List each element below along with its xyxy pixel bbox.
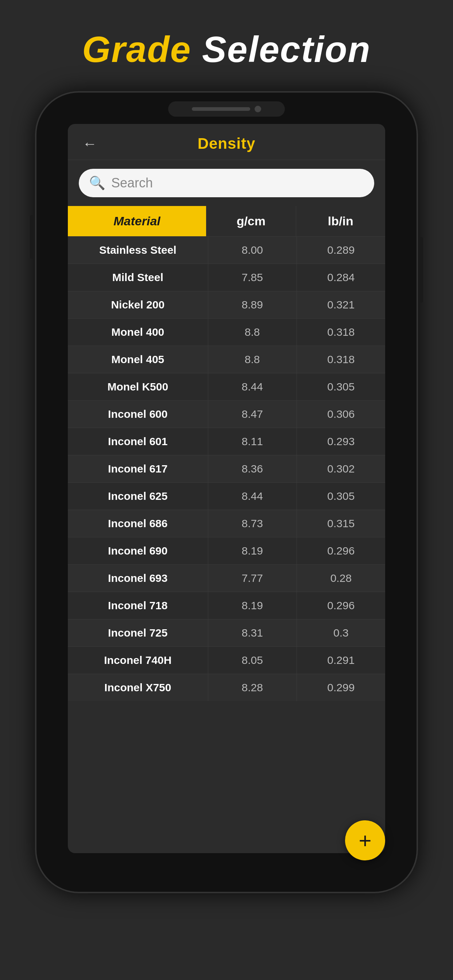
table-header-row: Material g/cm lb/in [68,206,385,236]
cell-lbin: 0.306 [297,401,385,428]
cell-material: Inconel 617 [68,455,208,482]
cell-material: Inconel 690 [68,538,208,565]
cell-material: Inconel 686 [68,510,208,537]
cell-lbin: 0.321 [297,291,385,318]
cell-lbin: 0.318 [297,346,385,373]
screen-title: Density [198,135,256,153]
cell-lbin: 0.293 [297,428,385,455]
cell-gcm: 8.31 [208,619,297,646]
table-row[interactable]: Inconel 7188.190.296 [68,592,385,619]
table-row[interactable]: Inconel 6908.190.296 [68,537,385,565]
table-row[interactable]: Inconel 7258.310.3 [68,619,385,646]
side-button-right [419,237,423,302]
table-row[interactable]: Stainless Steel8.000.289 [68,236,385,264]
table-row[interactable]: Inconel X7508.280.299 [68,674,385,701]
cell-gcm: 7.85 [208,264,297,291]
cell-material: Nickel 200 [68,291,208,318]
search-icon: 🔍 [89,175,105,191]
cell-material: Inconel 600 [68,401,208,428]
table-row[interactable]: Inconel 6008.470.306 [68,400,385,428]
cell-material: Monel 400 [68,319,208,345]
notch-bar [192,107,250,111]
data-table: Material g/cm lb/in Stainless Steel8.000… [68,206,385,853]
notch-dot [255,106,261,112]
search-container: 🔍 Search [68,160,385,206]
cell-gcm: 8.19 [208,592,297,619]
back-button[interactable]: ← [83,135,97,152]
table-row[interactable]: Inconel 6868.730.315 [68,510,385,537]
phone-mockup: ← Density 🔍 Search Material g/cm lb/in S… [35,91,418,893]
phone-screen: ← Density 🔍 Search Material g/cm lb/in S… [68,124,385,853]
cell-gcm: 8.00 [208,237,297,264]
table-row[interactable]: Monel 4008.80.318 [68,318,385,345]
table-row[interactable]: Inconel 6178.360.302 [68,455,385,482]
phone-notch [168,101,285,117]
cell-lbin: 0.318 [297,319,385,345]
cell-gcm: 8.8 [208,346,297,373]
table-row[interactable]: Inconel 6258.440.305 [68,482,385,510]
cell-gcm: 8.11 [208,428,297,455]
cell-material: Inconel X750 [68,674,208,701]
cell-gcm: 8.19 [208,538,297,565]
cell-material: Inconel 740H [68,647,208,674]
side-button-left [30,215,34,259]
cell-material: Inconel 601 [68,428,208,455]
cell-lbin: 0.305 [297,483,385,510]
column-header-gcm: g/cm [206,206,295,236]
column-header-lbin: lb/in [296,206,385,236]
table-row[interactable]: Mild Steel7.850.284 [68,264,385,291]
table-row[interactable]: Monel K5008.440.305 [68,373,385,400]
cell-lbin: 0.3 [297,619,385,646]
table-row[interactable]: Monel 4058.80.318 [68,345,385,373]
search-bar[interactable]: 🔍 Search [79,169,374,197]
cell-gcm: 8.05 [208,647,297,674]
cell-gcm: 8.36 [208,455,297,482]
cell-material: Monel 405 [68,346,208,373]
fab-button[interactable]: + [345,820,385,861]
cell-lbin: 0.296 [297,538,385,565]
cell-lbin: 0.291 [297,647,385,674]
cell-gcm: 8.89 [208,291,297,318]
cell-material: Stainless Steel [68,237,208,264]
cell-lbin: 0.299 [297,674,385,701]
table-row[interactable]: Inconel 6018.110.293 [68,428,385,455]
cell-gcm: 8.73 [208,510,297,537]
page-title-selection: Selection [191,29,370,70]
cell-lbin: 0.28 [297,565,385,592]
cell-material: Inconel 693 [68,565,208,592]
cell-lbin: 0.296 [297,592,385,619]
table-row[interactable]: Nickel 2008.890.321 [68,291,385,318]
cell-material: Inconel 725 [68,619,208,646]
table-row[interactable]: Inconel 6937.770.28 [68,565,385,592]
cell-gcm: 7.77 [208,565,297,592]
page-title: Grade Selection [82,29,370,69]
table-row[interactable]: Inconel 740H8.050.291 [68,646,385,674]
cell-lbin: 0.305 [297,373,385,400]
cell-material: Monel K500 [68,373,208,400]
cell-material: Inconel 718 [68,592,208,619]
search-input[interactable]: Search [111,175,153,191]
page-title-grade: Grade [82,29,191,70]
cell-lbin: 0.289 [297,237,385,264]
column-header-material: Material [68,206,206,236]
cell-material: Mild Steel [68,264,208,291]
cell-gcm: 8.44 [208,483,297,510]
cell-lbin: 0.315 [297,510,385,537]
cell-lbin: 0.284 [297,264,385,291]
cell-gcm: 8.47 [208,401,297,428]
cell-gcm: 8.44 [208,373,297,400]
cell-gcm: 8.28 [208,674,297,701]
cell-gcm: 8.8 [208,319,297,345]
cell-lbin: 0.302 [297,455,385,482]
screen-header: ← Density [68,124,385,160]
cell-material: Inconel 625 [68,483,208,510]
table-body: Stainless Steel8.000.289Mild Steel7.850.… [68,236,385,701]
